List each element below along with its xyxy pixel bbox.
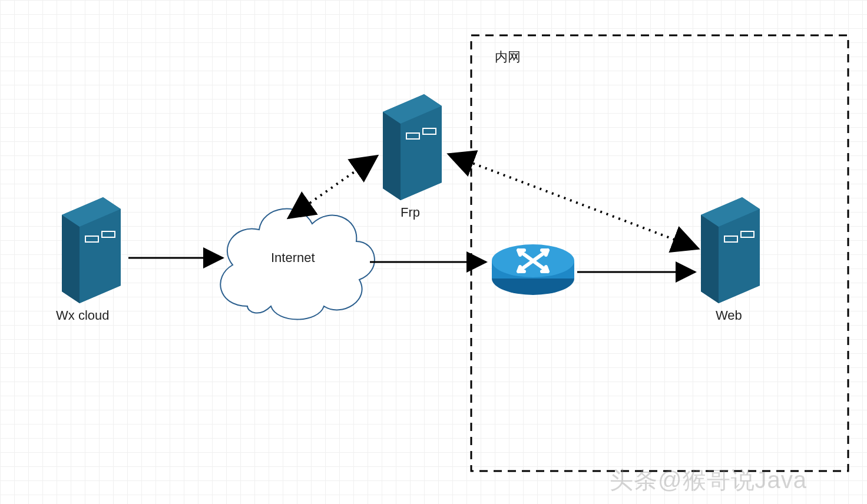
edge-frp-web — [449, 154, 698, 248]
node-web — [701, 197, 760, 303]
node-router — [492, 244, 574, 295]
label-internet: Internet — [271, 250, 315, 266]
edge-internet-frp — [289, 156, 377, 218]
watermark: 头条@猴哥说Java — [610, 464, 807, 496]
node-wx-cloud — [62, 197, 121, 303]
label-frp: Frp — [401, 205, 420, 220]
diagram-canvas — [0, 0, 867, 504]
label-intranet: 内网 — [495, 48, 521, 66]
node-frp — [383, 94, 442, 200]
label-wx-cloud: Wx cloud — [56, 308, 109, 323]
label-web: Web — [716, 308, 742, 323]
